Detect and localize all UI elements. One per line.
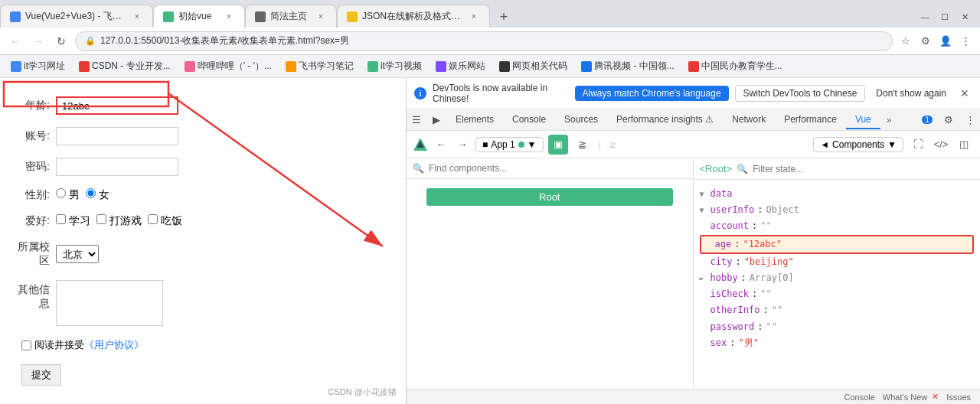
inspect-icon[interactable]: ▶ bbox=[426, 110, 446, 130]
bookmark-study[interactable]: it学习网址 bbox=[6, 58, 70, 74]
root-component-button[interactable]: Root bbox=[426, 188, 673, 206]
userinfo-triangle[interactable]: ▼ bbox=[700, 204, 709, 217]
hobby-eat-label[interactable]: 吃饭 bbox=[148, 214, 182, 228]
age-input[interactable] bbox=[56, 96, 178, 115]
tab-vue-docs[interactable]: Vue(Vue2+Vue3) - 飞书云文档 × bbox=[0, 5, 153, 28]
tab-performance-insights[interactable]: Performance insights ⚠ bbox=[607, 111, 723, 129]
bookmark-icon-2 bbox=[79, 61, 90, 72]
password-input[interactable] bbox=[56, 158, 178, 176]
tree-content: Root bbox=[407, 179, 693, 389]
close-button[interactable]: ✕ bbox=[956, 8, 974, 26]
account-state-row: ► account : "" bbox=[700, 218, 975, 234]
switch-devtools-button[interactable]: Switch DevTools to Chinese bbox=[735, 85, 866, 102]
tab-close-1[interactable]: × bbox=[131, 11, 143, 23]
address-bar-icons: ☆ ⚙ 👤 ⋮ bbox=[897, 33, 974, 50]
hobby-game-label[interactable]: 打游戏 bbox=[96, 214, 142, 228]
whatsnew-tab-label[interactable]: What's New bbox=[883, 393, 927, 402]
tab-elements[interactable]: Elements bbox=[446, 111, 503, 129]
components-arrow: ▼ bbox=[887, 139, 897, 150]
bookmark-edu[interactable]: 中国民办教育学生... bbox=[684, 58, 787, 74]
url-bar[interactable]: 🔒 127.0.0.1:5500/013-收集表单元素/收集表单元素.html?… bbox=[75, 31, 893, 51]
bookmark-feishu[interactable]: 飞书学习笔记 bbox=[281, 58, 358, 74]
state-header: <Root> 🔍 bbox=[694, 158, 981, 180]
component-search-input[interactable] bbox=[429, 163, 687, 174]
vue-forward-button[interactable]: → bbox=[454, 136, 471, 153]
maximize-button[interactable]: ☐ bbox=[936, 8, 954, 26]
components-selector[interactable]: ◄ Components ▼ bbox=[813, 137, 903, 152]
bookmark-tencent[interactable]: 腾讯视频 - 中国领... bbox=[577, 58, 679, 74]
address-bar: ← → ↻ 🔒 127.0.0.1:5500/013-收集表单元素/收集表单元素… bbox=[0, 28, 980, 55]
campus-select[interactable]: 北京 上海 广州 深圳 bbox=[56, 245, 99, 263]
other-textarea[interactable] bbox=[56, 280, 163, 326]
profile-icon[interactable]: 👤 bbox=[937, 33, 954, 50]
hobby-eat-checkbox[interactable] bbox=[148, 214, 158, 224]
vertical-dots-icon[interactable]: ⋮ bbox=[960, 110, 980, 130]
hobby-triangle[interactable]: ► bbox=[700, 272, 709, 285]
password-state-key: password bbox=[710, 320, 755, 334]
devtools-more-tabs[interactable]: » bbox=[880, 112, 898, 129]
account-input[interactable] bbox=[56, 127, 178, 145]
extension-icon[interactable]: ⚙ bbox=[917, 33, 934, 50]
settings-icon[interactable]: ⚙ bbox=[939, 110, 959, 130]
submit-button[interactable]: 提交 bbox=[21, 364, 61, 386]
filter-state-input[interactable] bbox=[753, 164, 974, 174]
bookmark-code[interactable]: 网页相关代码 bbox=[495, 58, 572, 74]
url-text: 127.0.0.1:5500/013-收集表单元素/收集表单元素.html?se… bbox=[100, 34, 883, 47]
code-icon[interactable]: </> bbox=[931, 135, 951, 155]
highlight-button[interactable]: ▣ bbox=[548, 135, 568, 155]
reload-button[interactable]: ↻ bbox=[52, 32, 70, 50]
hobby-study-checkbox[interactable] bbox=[56, 214, 66, 224]
gender-female-radio[interactable] bbox=[86, 188, 96, 198]
gender-group: 男 女 bbox=[56, 188, 109, 202]
back-button[interactable]: ← bbox=[6, 32, 24, 50]
tab-close-4[interactable]: × bbox=[468, 11, 480, 23]
devtools-toggle-icon[interactable]: ☰ bbox=[407, 110, 426, 130]
bookmark-video[interactable]: it学习视频 bbox=[363, 58, 426, 74]
filter-search-icon: 🔍 bbox=[737, 164, 748, 174]
vue-back-button[interactable]: ← bbox=[433, 136, 449, 153]
forward-button[interactable]: → bbox=[29, 32, 47, 50]
password-label: 密码: bbox=[15, 160, 50, 174]
expand-icon[interactable]: ◫ bbox=[954, 135, 974, 155]
tab-json[interactable]: JSON在线解析及格式化验证 - JS... × bbox=[337, 5, 490, 28]
issues-tab-label[interactable]: Issues bbox=[946, 393, 971, 402]
bookmark-bilibili[interactable]: 哔哩哔哩（' - '）... bbox=[180, 58, 276, 74]
gender-male-radio[interactable] bbox=[56, 188, 66, 198]
agreement-link[interactable]: 《用户协议》 bbox=[84, 338, 144, 352]
tab-network[interactable]: Network bbox=[723, 111, 775, 129]
console-tab-label[interactable]: Console bbox=[844, 393, 875, 402]
tab-close-2[interactable]: × bbox=[223, 11, 235, 23]
gender-row: 性别: 男 女 bbox=[15, 188, 390, 202]
app-selector[interactable]: ■ App 1 ▼ bbox=[475, 137, 544, 152]
agreement-checkbox[interactable] bbox=[21, 340, 31, 350]
vue-devtools-toolbar: ← → ■ App 1 ▼ ▣ ≧ | ≧ ◄ Components ▼ bbox=[407, 131, 980, 158]
tab-sources[interactable]: Sources bbox=[555, 111, 607, 129]
tab-initial-vue[interactable]: 初始vue × bbox=[153, 5, 245, 28]
minimize-button[interactable]: — bbox=[916, 8, 934, 26]
data-triangle[interactable]: ▼ bbox=[700, 188, 709, 200]
more-icon[interactable]: ⋮ bbox=[957, 33, 974, 50]
tab-home[interactable]: 简法主页 × bbox=[245, 5, 337, 28]
hobby-game-checkbox[interactable] bbox=[96, 214, 106, 224]
hobby-study-label[interactable]: 学习 bbox=[56, 214, 90, 228]
tab-close-3[interactable]: × bbox=[315, 11, 327, 23]
badge-icon[interactable]: 1 bbox=[917, 110, 937, 130]
grid-view-button[interactable]: ≧ bbox=[573, 135, 593, 155]
bookmark-csdn[interactable]: CSDN - 专业开发... bbox=[74, 58, 175, 74]
hobby-row: 爱好: 学习 打游戏 吃饭 bbox=[15, 214, 390, 228]
notification-close-button[interactable]: ✕ bbox=[957, 86, 972, 101]
tab-vue[interactable]: Vue bbox=[846, 111, 880, 129]
gender-male-label[interactable]: 男 bbox=[56, 188, 80, 202]
hobby-label: 爱好: bbox=[15, 214, 50, 228]
tab-console[interactable]: Console bbox=[503, 111, 555, 129]
gender-female-label[interactable]: 女 bbox=[86, 188, 109, 202]
tab-performance[interactable]: Performance bbox=[775, 111, 846, 129]
bookmark-entertainment[interactable]: 娱乐网站 bbox=[431, 58, 490, 74]
app-dot bbox=[518, 142, 524, 148]
new-tab-button[interactable]: + bbox=[493, 6, 514, 28]
screenshot-icon[interactable]: ⛶ bbox=[908, 135, 928, 155]
dont-show-again-button[interactable]: Don't show again bbox=[871, 86, 951, 101]
match-language-button[interactable]: Always match Chrome's language bbox=[575, 86, 729, 101]
close-whatsnew-icon[interactable]: ✕ bbox=[932, 392, 939, 402]
bookmark-star-icon[interactable]: ☆ bbox=[897, 33, 914, 50]
